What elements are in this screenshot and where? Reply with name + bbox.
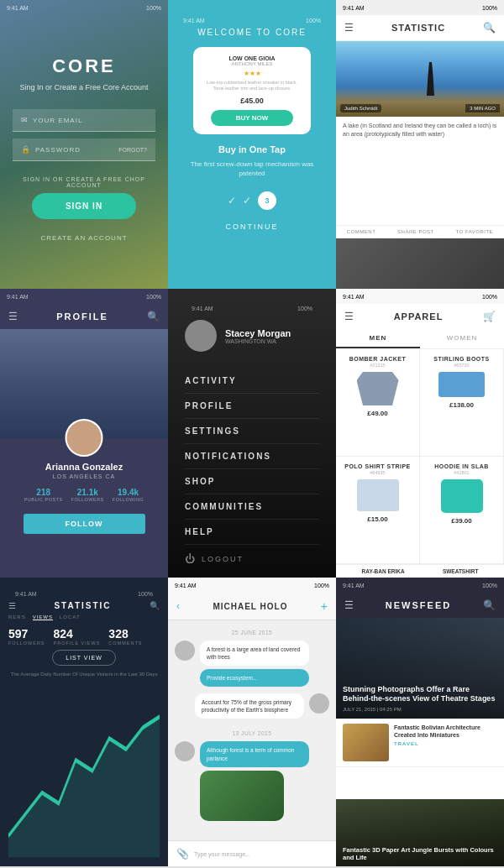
core-subtitle: Sing In or Create a Free Core Account	[19, 82, 148, 93]
message-bubble-cta[interactable]: Provide ecosystem...	[200, 669, 309, 687]
menu-item-communities[interactable]: COMMUNITIES	[185, 494, 319, 520]
status-time: 9:41 AM	[7, 5, 29, 11]
message-image	[200, 771, 284, 821]
hamburger-icon-profile[interactable]: ☰	[8, 311, 18, 322]
buy-button[interactable]: BUY NOW	[211, 110, 294, 126]
followers-num: 597	[8, 627, 45, 641]
status-battery-3: 100%	[482, 5, 497, 11]
posts-label: PUBLIC POSTS	[24, 497, 63, 502]
menu-item-shop[interactable]: SHOP	[185, 469, 319, 494]
hamburger-icon-apparel[interactable]: ☰	[344, 311, 354, 322]
forgot-link[interactable]: FORGOT?	[118, 147, 147, 153]
date-separator-2: 13 JULY 2015	[175, 725, 329, 741]
password-label: PASSWORD	[35, 146, 113, 154]
tab-errors[interactable]: RERS	[8, 614, 26, 620]
news-hero[interactable]: Stunning Photographs Offer a Rare Behind…	[336, 618, 504, 719]
apparel-title: APPAREL	[354, 311, 483, 322]
product-boots[interactable]: STIRLING BOOTS #65720 £138.00	[420, 349, 504, 457]
logout-row[interactable]: ⏻ LOGOUT	[185, 553, 319, 565]
sender-avatar-2	[309, 693, 329, 714]
messages-screen: 9:41 AM 100% ‹ MICHAEL HOLO + 25 JUNE 20…	[168, 578, 336, 866]
forest-image	[200, 771, 284, 821]
message-input[interactable]: Type your message...	[194, 851, 328, 857]
jacket-image	[357, 372, 399, 405]
continue-button[interactable]: CONTINUE	[226, 222, 279, 231]
status-battery-4: 100%	[146, 294, 161, 300]
boots-image	[438, 372, 485, 397]
share-button[interactable]: SHARE POST	[397, 229, 434, 234]
product-polo[interactable]: POLO SHIRT STRIPE #84935 £15.00	[336, 457, 420, 564]
comments-stat: 328 COMMENTS	[108, 627, 142, 646]
product-hoodie[interactable]: HOODIE IN SLAB #42801 £39.00	[420, 457, 504, 564]
status-battery-6: 100%	[482, 294, 497, 300]
menu-item-settings[interactable]: SETTINGS	[185, 419, 319, 444]
buy-title: Buy in One Tap	[218, 144, 286, 154]
cart-icon[interactable]: 🛒	[483, 311, 496, 322]
newsfeed-screen: 9:41 AM 100% ☰ NEWSFEED 🔍 Stunning Photo…	[336, 578, 504, 866]
buy-screen: 9:41 AM 100% WELCOME TO CORE LOW ONE GIO…	[168, 0, 336, 289]
hamburger-icon[interactable]: ☰	[344, 22, 354, 34]
hamburger-icon-stat2[interactable]: ☰	[8, 601, 16, 610]
signin-helper: SIGN IN OR CREATE A FREE CHOP ACCOUNT	[13, 176, 155, 188]
status-battery-5: 100%	[297, 306, 312, 311]
search-icon-news[interactable]: 🔍	[483, 599, 496, 611]
status-time-5: 9:41 AM	[192, 306, 213, 311]
jacket-name: BOMBER JACKET	[349, 356, 407, 362]
list-view-button[interactable]: LIST VIEW	[52, 650, 116, 666]
tab-men[interactable]: MEN	[336, 329, 420, 348]
product-name: LOW ONE GIOIA	[228, 55, 275, 61]
followers-count: 21.1k	[77, 488, 98, 497]
polo-price: £15.00	[367, 515, 387, 523]
product-desc: Low-top rubberised leather sneaker in bl…	[202, 80, 302, 92]
hamburger-icon-news[interactable]: ☰	[344, 599, 354, 611]
chat-name: MICHAEL HOLO	[213, 602, 287, 611]
tab-location[interactable]: LOCAT	[60, 614, 81, 620]
password-field[interactable]: 🔒 PASSWORD FORGOT?	[13, 139, 155, 161]
search-icon-stat2[interactable]: 🔍	[150, 601, 160, 610]
news-bottom[interactable]: Fantastic 3D Paper Art Jungle Bursts wit…	[336, 799, 504, 866]
news-item-1[interactable]: Fantastic Bolivian Architecture Created …	[336, 719, 504, 767]
comment-button[interactable]: COMMENT	[347, 229, 376, 234]
message-input-bar[interactable]: 📎 Type your message...	[168, 840, 336, 866]
signin-button[interactable]: SIGN IN	[32, 193, 136, 219]
stat2-description: The Average Daily Number Of Unique Visit…	[8, 671, 160, 677]
status-battery-7: 100%	[138, 591, 153, 597]
tab-women[interactable]: WOMEN	[420, 329, 504, 348]
hoodie-id: #42801	[454, 470, 469, 475]
back-button[interactable]: ‹	[176, 600, 180, 612]
line-chart	[8, 684, 160, 858]
message-bubble-3: Although forest is a term of common parl…	[200, 741, 309, 766]
email-icon: ✉	[21, 116, 28, 124]
menu-item-profile[interactable]: PROFILE	[185, 394, 319, 419]
menu-item-notifications[interactable]: NOTIFICATIONS	[185, 444, 319, 469]
product-jacket[interactable]: BOMBER JACKET #21215 £49.00	[336, 349, 420, 457]
favorite-button[interactable]: TO FAVORITE	[455, 229, 493, 234]
stat2-header: ☰ STATISTIC 🔍	[8, 601, 160, 610]
article-bottom-image	[336, 238, 504, 289]
search-icon-profile[interactable]: 🔍	[147, 311, 160, 322]
menu-item-activity[interactable]: ACTIVITY	[185, 369, 319, 394]
step-3: 3	[258, 191, 276, 210]
profile-screen: 9:41 AM 100% ☰ PROFILE 🔍 Arianna Gonzale…	[0, 289, 168, 578]
product-card: LOW ONE GIOIA ANTHONY MILES ★★★ Low-top …	[193, 47, 311, 134]
power-icon: ⏻	[185, 553, 195, 565]
follow-button[interactable]: FOLLOW	[24, 514, 145, 534]
menu-item-help[interactable]: HELP	[185, 520, 319, 545]
news-title-1: Fantastic Bolivian Architecture Created …	[394, 724, 497, 739]
attach-icon[interactable]: 📎	[176, 848, 189, 860]
logout-label: LOGOUT	[202, 555, 244, 563]
message-bubble-2: Account for 75% of the gross primary pro…	[195, 693, 304, 719]
article-text: A lake (in Scotland and Ireland they can…	[336, 117, 504, 225]
following-label: FOLLOWING	[113, 497, 144, 502]
sweatshirt-label: SWEATSHIRT	[443, 568, 479, 574]
stat-header: ☰ STATISTIC 🔍	[336, 15, 504, 41]
email-field[interactable]: ✉ YOUR EMAIL	[13, 109, 155, 132]
rayban-label: RAY-BAN ERIKA	[362, 568, 405, 574]
tab-views[interactable]: VIEWS	[33, 614, 53, 620]
sender-avatar-3	[175, 741, 195, 761]
add-button[interactable]: +	[321, 599, 328, 613]
status-time-3: 9:41 AM	[343, 5, 365, 11]
create-account-button[interactable]: CREATE AN ACCOUNT	[40, 234, 127, 242]
search-icon[interactable]: 🔍	[483, 22, 496, 34]
profile-location: LOS ANGELES CA	[53, 473, 115, 479]
